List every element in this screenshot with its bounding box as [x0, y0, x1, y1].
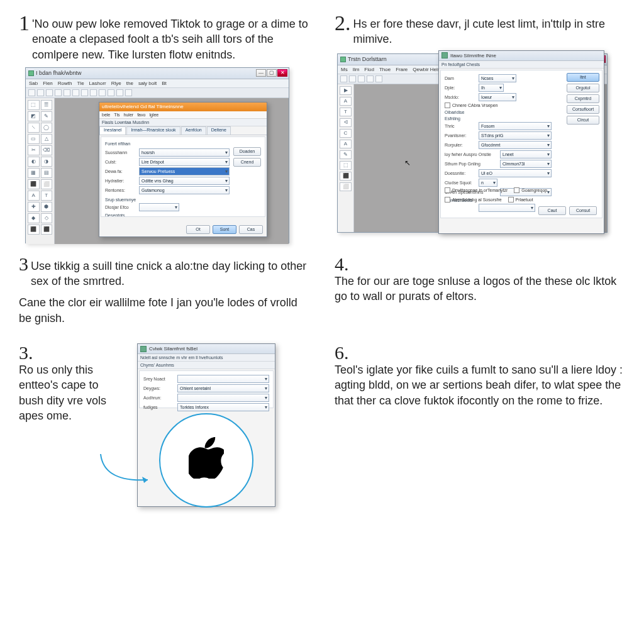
toolbar-button[interactable] [81, 89, 88, 96]
tool-icon[interactable]: T [340, 108, 352, 116]
tool-icon[interactable]: ⟍ [28, 123, 40, 133]
menu-item[interactable]: saly bolt [138, 80, 157, 86]
menu-item[interactable]: Flen [43, 80, 53, 86]
combo-box[interactable]: Ul eO [479, 169, 552, 177]
toolbar-button[interactable] [64, 89, 70, 96]
tool-icon[interactable]: ⬚ [340, 161, 352, 170]
tool-icon[interactable]: ⬚ [28, 100, 40, 110]
tool-icon[interactable]: A [28, 191, 40, 201]
dialog-tab[interactable]: Aenfdon [181, 126, 206, 135]
primary-button[interactable]: ltnt [567, 73, 599, 82]
toolbar-button[interactable] [108, 89, 114, 96]
dialog-tab[interactable]: Inestanel [99, 126, 126, 135]
menu-item[interactable]: Thoe [379, 67, 391, 72]
dialog-tab[interactable]: Irmah—Rnarstce slook [126, 126, 180, 135]
combo-box[interactable] [177, 375, 269, 383]
side-button[interactable]: Cxpmtrd [567, 94, 599, 103]
combo-box[interactable]: Ncses [479, 74, 516, 82]
close-button[interactable]: ✕ [277, 69, 287, 77]
combo-box[interactable]: Lneet [500, 150, 552, 158]
side-button[interactable]: Doaden [233, 147, 261, 156]
tool-icon[interactable]: ◑ [41, 157, 53, 167]
tool-icon[interactable]: ⬜ [41, 179, 53, 189]
tool-icon[interactable]: ⬜ [340, 182, 352, 191]
dialog-tab[interactable]: Deltene [207, 126, 231, 135]
dialog-menu-item[interactable]: favo [137, 113, 145, 117]
toolbar-button[interactable] [28, 89, 35, 96]
combo-box[interactable]: hosrsh [139, 148, 230, 157]
toolbar-button[interactable] [349, 75, 356, 82]
side-button[interactable]: Corsufloort [567, 105, 599, 114]
tool-icon[interactable]: ◐ [28, 157, 40, 167]
ok-button[interactable]: Ot [186, 225, 210, 234]
toolbar-button[interactable] [340, 75, 347, 82]
tool-icon[interactable]: ▤ [41, 168, 53, 178]
combo-box[interactable]: Lire Drispot [139, 158, 230, 166]
tool-icon[interactable]: T [41, 191, 53, 201]
tool-icon[interactable]: ✎ [41, 111, 53, 121]
combo-box[interactable] [479, 204, 535, 212]
toolbar-button[interactable] [116, 89, 123, 96]
side-button[interactable]: Cnend [233, 158, 261, 167]
checkbox[interactable] [514, 187, 519, 193]
tool-icon[interactable]: ▦ [28, 168, 40, 178]
checkbox[interactable] [445, 187, 450, 193]
cancel-button[interactable]: Cas [239, 225, 263, 234]
menu-item[interactable]: Rowth [58, 80, 72, 86]
toolbar-button[interactable] [99, 89, 106, 96]
combo-box[interactable] [139, 203, 179, 211]
toolbar-button[interactable] [367, 75, 374, 82]
tool-icon[interactable]: ᐊ [340, 118, 352, 127]
maximize-button[interactable]: ▢ [267, 69, 277, 77]
combo-box[interactable] [177, 394, 269, 402]
tool-icon[interactable]: ⬛ [28, 179, 40, 189]
tool-icon[interactable]: C [340, 129, 352, 138]
toolbar-button[interactable] [90, 89, 97, 96]
tool-icon[interactable]: ⬛ [340, 172, 352, 180]
toolbar-button[interactable] [375, 75, 382, 82]
toolbar-button[interactable] [125, 89, 132, 96]
combo-box[interactable]: STdns priG [479, 131, 552, 140]
menu-item[interactable]: Lashorr [89, 80, 106, 86]
tool-icon[interactable]: ⬢ [41, 202, 53, 212]
tool-icon[interactable]: ⬛ [41, 225, 53, 235]
combo-box[interactable]: Oditte vns Ghag [139, 177, 230, 185]
dialog-menu-item[interactable]: Tls [114, 113, 119, 117]
menu-item[interactable]: Tle [77, 80, 84, 86]
dialog-menu-item[interactable]: bele [102, 113, 110, 117]
tool-icon[interactable]: A [340, 140, 352, 148]
menu-item[interactable]: Frare [396, 67, 408, 72]
minimize-button[interactable]: — [256, 69, 266, 77]
side-button[interactable]: Clrcut [567, 116, 599, 125]
checkbox[interactable] [445, 197, 450, 203]
tool-icon[interactable]: ◆ [28, 213, 40, 223]
tool-icon[interactable]: ☰ [41, 100, 53, 110]
dialog-menu-item[interactable]: huler [124, 113, 134, 117]
save-button[interactable]: Sont [213, 225, 236, 234]
menu-item[interactable]: the [126, 80, 133, 86]
combo-box[interactable]: Gutamonog [139, 186, 230, 194]
side-button[interactable]: Orgotol [567, 84, 599, 92]
checkbox[interactable] [508, 197, 514, 203]
menu-item[interactable]: Ms [341, 67, 348, 72]
dialog-menu-item[interactable]: lglee [149, 113, 158, 117]
toolbar-button[interactable] [55, 89, 62, 96]
menu-item[interactable]: Flod [364, 67, 374, 72]
combo-box[interactable]: Gfocdnmt [479, 141, 552, 149]
toolbar-button[interactable] [72, 89, 79, 96]
tool-icon[interactable]: ✂ [28, 145, 40, 155]
combo-box[interactable]: Ohlent seretalnl [177, 384, 269, 392]
toolbar-button[interactable] [37, 89, 44, 96]
toolbar-button[interactable] [358, 75, 365, 82]
cancel-button[interactable]: Caut [538, 206, 566, 215]
tool-icon[interactable]: A [340, 97, 352, 106]
toolbar-button[interactable] [46, 89, 53, 96]
combo-box-selected[interactable]: Serwou Pretuess [139, 167, 230, 175]
combo-box[interactable]: Iowur [479, 93, 516, 101]
tool-icon[interactable]: △ [41, 134, 53, 144]
tool-icon[interactable]: ◇ [41, 213, 53, 223]
combo-box[interactable]: Ih [479, 84, 504, 92]
menu-item[interactable]: Bt [162, 80, 167, 86]
combo-box[interactable]: Fosom [479, 122, 552, 130]
tool-icon[interactable]: ▶ [340, 86, 352, 95]
